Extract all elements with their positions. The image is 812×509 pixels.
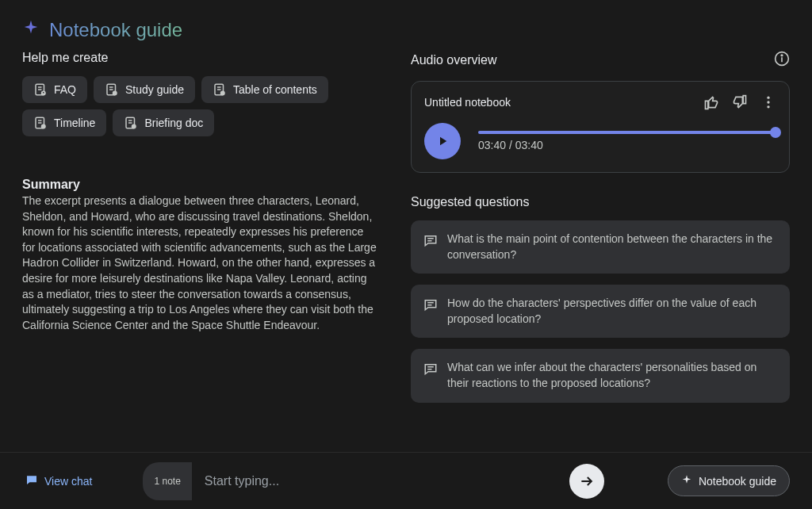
create-chips: FAQ Study guide Table of contents Timeli… xyxy=(22,76,379,136)
main-content: Help me create FAQ Study guide Table of … xyxy=(0,51,812,414)
progress-bar[interactable] xyxy=(478,131,776,134)
summary-heading: Summary xyxy=(22,178,379,192)
chat-icon xyxy=(423,297,438,312)
player-right: 03:40 / 03:40 xyxy=(478,131,776,151)
sparkle-icon xyxy=(681,474,692,488)
audio-actions xyxy=(703,94,776,110)
bottom-bar: View chat 1 note Notebook guide xyxy=(0,452,812,509)
chip-timeline[interactable]: Timeline xyxy=(22,109,106,136)
doc-icon xyxy=(33,116,48,130)
notes-badge[interactable]: 1 note xyxy=(143,462,191,500)
question-card[interactable]: How do the characters' perspectives diff… xyxy=(411,285,790,338)
chat-icon xyxy=(423,362,438,376)
chip-label: FAQ xyxy=(54,83,76,96)
audio-overview-heading: Audio overview xyxy=(411,51,790,70)
input-wrap xyxy=(205,464,604,499)
svg-point-19 xyxy=(132,124,136,129)
chat-icon xyxy=(423,233,438,247)
chip-label: Table of contents xyxy=(233,83,317,96)
view-chat-button[interactable]: View chat xyxy=(22,467,130,495)
chat-input[interactable] xyxy=(205,465,569,498)
audio-player: 03:40 / 03:40 xyxy=(424,123,776,159)
svg-point-7 xyxy=(113,91,117,96)
left-column: Help me create FAQ Study guide Table of … xyxy=(22,51,379,414)
audio-top: Untitled notebook xyxy=(424,94,776,110)
view-chat-label: View chat xyxy=(44,475,92,488)
svg-point-15 xyxy=(41,124,46,129)
header: Notebook guide xyxy=(0,0,812,51)
svg-point-23 xyxy=(767,97,769,99)
svg-point-25 xyxy=(767,105,769,108)
audio-card: Untitled notebook xyxy=(411,81,790,173)
svg-point-11 xyxy=(220,91,225,96)
doc-icon xyxy=(105,82,119,97)
chip-label: Timeline xyxy=(54,117,95,129)
sparkle-icon xyxy=(22,19,40,41)
thumbs-down-icon[interactable] xyxy=(732,94,748,110)
info-icon[interactable] xyxy=(774,51,790,70)
play-button[interactable] xyxy=(424,123,461,159)
question-text: What can we infer about the characters' … xyxy=(447,360,777,391)
send-button[interactable] xyxy=(569,464,604,499)
svg-point-24 xyxy=(767,101,769,103)
svg-point-22 xyxy=(781,55,783,56)
audio-title: Untitled notebook xyxy=(424,96,511,109)
doc-icon xyxy=(124,116,138,130)
chip-study-guide[interactable]: Study guide xyxy=(94,76,195,103)
thumbs-up-icon[interactable] xyxy=(703,94,719,110)
question-card[interactable]: What is the main point of contention bet… xyxy=(411,220,790,274)
notebook-guide-button[interactable]: Notebook guide xyxy=(668,465,790,496)
time-display: 03:40 / 03:40 xyxy=(478,139,776,151)
question-card[interactable]: What can we infer about the characters' … xyxy=(411,349,790,402)
help-create-heading: Help me create xyxy=(22,51,379,65)
progress-thumb[interactable] xyxy=(770,127,781,138)
summary-section: Summary The excerpt presents a dialogue … xyxy=(22,178,379,333)
summary-text: The excerpt presents a dialogue between … xyxy=(22,193,379,333)
doc-icon xyxy=(213,82,227,97)
more-icon[interactable] xyxy=(760,94,776,110)
chip-label: Briefing doc xyxy=(144,117,203,129)
audio-overview-label: Audio overview xyxy=(411,53,497,67)
chip-briefing-doc[interactable]: Briefing doc xyxy=(113,109,214,136)
doc-icon xyxy=(33,82,48,97)
question-text: How do the characters' perspectives diff… xyxy=(447,296,777,327)
suggested-heading: Suggested questions xyxy=(411,195,790,209)
question-text: What is the main point of contention bet… xyxy=(447,232,777,262)
chip-label: Study guide xyxy=(125,83,184,96)
chip-faq[interactable]: FAQ xyxy=(22,76,87,103)
right-column: Audio overview Untitled notebook xyxy=(411,51,790,414)
chip-toc[interactable]: Table of contents xyxy=(201,76,328,103)
page-title: Notebook guide xyxy=(49,19,182,41)
chat-icon xyxy=(25,473,38,488)
notebook-guide-label: Notebook guide xyxy=(699,475,776,488)
